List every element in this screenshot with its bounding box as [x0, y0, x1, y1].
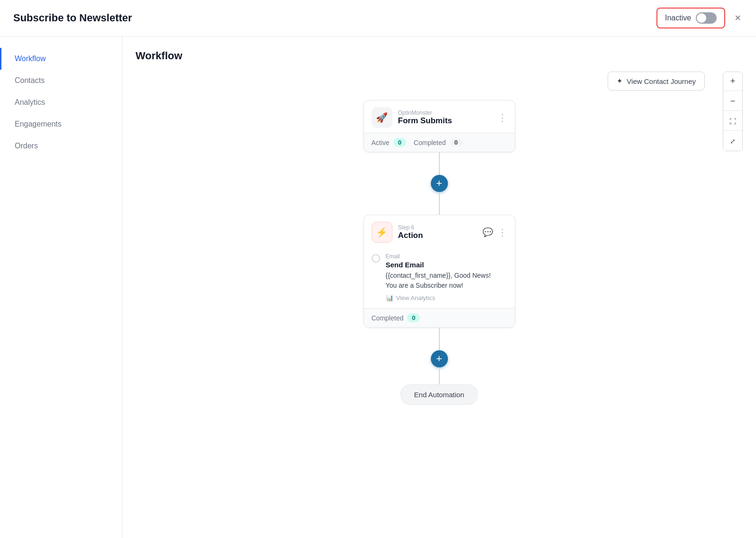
trigger-title: Form Submits: [398, 116, 452, 126]
add-step-button-2[interactable]: +: [431, 350, 448, 367]
action-radio[interactable]: [372, 254, 380, 263]
status-label: Inactive: [665, 14, 691, 22]
trigger-menu-icon[interactable]: ⋮: [498, 112, 507, 123]
zoom-compress-button[interactable]: ⤢: [723, 132, 742, 151]
action-title: Action: [398, 231, 423, 240]
action-title-group: Step 6 Action: [398, 224, 423, 240]
zoom-in-button[interactable]: +: [723, 72, 742, 91]
action-controls: 💬 ⋮: [483, 227, 507, 238]
action-menu-icon[interactable]: ⋮: [498, 227, 507, 238]
sidebar-item-workflow[interactable]: Workflow: [0, 48, 122, 70]
zoom-out-button[interactable]: −: [723, 92, 742, 111]
comment-icon[interactable]: 💬: [483, 227, 493, 237]
workflow-flow: 🚀 OptinMonster Form Submits ⋮ Active: [364, 100, 515, 405]
action-icon: ⚡: [372, 222, 392, 243]
action-node: ⚡ Step 6 Action 💬 ⋮: [364, 215, 515, 328]
zoom-expand-button[interactable]: ⛶: [723, 112, 742, 131]
trigger-completed-count: 0: [450, 138, 463, 147]
workflow-canvas: ✦ View Contact Journey + − ⛶ ⤢ 🚀: [136, 72, 743, 538]
connector-1: [439, 152, 440, 175]
action-step: Step 6: [398, 224, 423, 231]
main-layout: Workflow Contacts Analytics Engagements …: [0, 36, 756, 538]
view-journey-label: View Contact Journey: [627, 77, 696, 85]
action-completed-label: Completed: [372, 314, 404, 322]
page-title: Subscribe to Newsletter: [13, 12, 132, 24]
action-completed-count: 0: [407, 313, 420, 322]
action-node-header: ⚡ Step 6 Action 💬 ⋮: [364, 215, 515, 247]
view-analytics-link[interactable]: 📊 View Analytics: [386, 294, 507, 301]
analytics-icon: 📊: [386, 294, 393, 301]
trigger-active-stat: Active 0: [372, 138, 406, 147]
end-automation-button[interactable]: End Automation: [401, 384, 478, 405]
connector-3: [439, 328, 440, 350]
sidebar: Workflow Contacts Analytics Engagements …: [0, 36, 122, 538]
trigger-title-group: OptinMonster Form Submits: [398, 109, 452, 126]
action-header-left: ⚡ Step 6 Action: [372, 222, 423, 243]
status-toggle[interactable]: [696, 12, 717, 24]
content-area: Workflow ✦ View Contact Journey + − ⛶ ⤢: [122, 36, 756, 538]
action-row: Email Send Email {{contact_first_name}},…: [372, 253, 507, 301]
close-button[interactable]: ×: [733, 10, 743, 26]
action-message: {{contact_first_name}}, Good News! You a…: [386, 271, 507, 291]
trigger-node-footer: Active 0 Completed 0: [364, 133, 515, 152]
sidebar-item-analytics[interactable]: Analytics: [0, 91, 122, 113]
connector-4: [439, 367, 440, 384]
trigger-active-label: Active: [372, 139, 390, 146]
trigger-source: OptinMonster: [398, 109, 452, 116]
header: Subscribe to Newsletter Inactive ×: [0, 0, 756, 36]
add-step-button-1[interactable]: +: [431, 175, 448, 192]
view-journey-button[interactable]: ✦ View Contact Journey: [608, 72, 705, 91]
trigger-node-header: 🚀 OptinMonster Form Submits ⋮: [364, 100, 515, 133]
trigger-header-left: 🚀 OptinMonster Form Submits: [372, 107, 452, 128]
content-title: Workflow: [136, 50, 743, 62]
trigger-completed-stat: Completed 0: [414, 138, 463, 147]
header-right: Inactive ×: [656, 8, 743, 28]
toggle-knob: [697, 13, 706, 23]
trigger-node: 🚀 OptinMonster Form Submits ⋮ Active: [364, 100, 515, 152]
connector-2: [439, 192, 440, 215]
analytics-label: View Analytics: [396, 294, 436, 301]
sidebar-item-orders[interactable]: Orders: [0, 135, 122, 157]
action-type: Email: [386, 253, 507, 260]
zoom-controls: + − ⛶ ⤢: [723, 72, 743, 151]
journey-icon: ✦: [617, 77, 623, 85]
trigger-active-count: 0: [393, 138, 406, 147]
trigger-completed-label: Completed: [414, 139, 446, 146]
sidebar-item-contacts[interactable]: Contacts: [0, 70, 122, 91]
action-completed-stat: Completed 0: [372, 313, 420, 322]
action-name: Send Email: [386, 261, 507, 269]
action-node-body: Email Send Email {{contact_first_name}},…: [364, 247, 515, 308]
action-content: Email Send Email {{contact_first_name}},…: [386, 253, 507, 301]
sidebar-item-engagements[interactable]: Engagements: [0, 113, 122, 135]
status-badge[interactable]: Inactive: [656, 8, 725, 28]
trigger-icon: 🚀: [372, 107, 392, 128]
action-node-footer: Completed 0: [364, 308, 515, 327]
